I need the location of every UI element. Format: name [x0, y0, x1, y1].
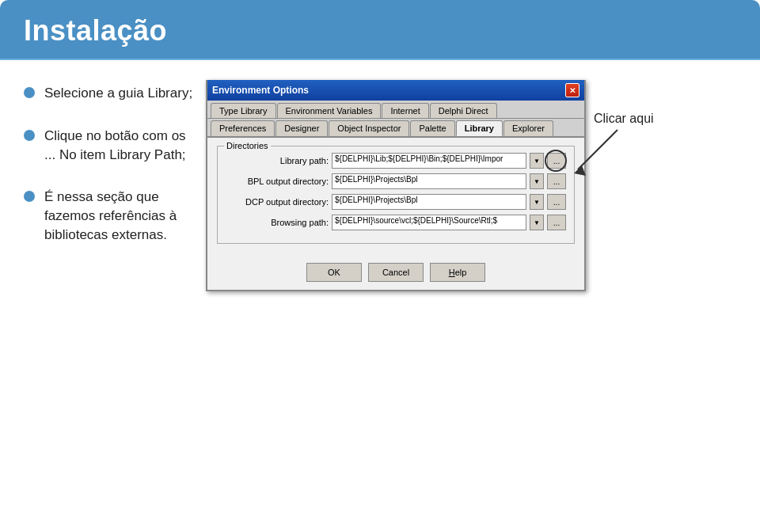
content-area: Selecione a guia Library; Clique no botã…: [0, 60, 760, 529]
bullet-text-2: Clique no botão com os ... No item Libra…: [44, 127, 198, 165]
slide-title: Instalação: [24, 14, 167, 47]
dialog-titlebar: Environment Options ✕: [207, 80, 584, 101]
dialog-title: Environment Options: [212, 85, 309, 96]
bullet-dot-2: [24, 130, 35, 141]
browsing-path-row: Browsing path: ${DELPHI}\source\vcl;${DE…: [226, 215, 566, 230]
bullet-text-1: Selecione a guia Library;: [44, 84, 192, 103]
tab-palette[interactable]: Palette: [410, 120, 454, 136]
bullet-dot-1: [24, 87, 35, 98]
dialog-container: Environment Options ✕ Type Library Envir…: [206, 76, 744, 291]
svg-line-0: [578, 130, 618, 169]
tab-type-library[interactable]: Type Library: [211, 103, 276, 118]
dcp-output-browse[interactable]: ...: [547, 194, 566, 210]
library-path-row: Library path: ${DELPHI}\Lib;${DELPHI}\Bi…: [226, 153, 566, 169]
bpl-output-row: BPL output directory: ${DELPHI}\Projects…: [226, 173, 566, 189]
library-path-label: Library path:: [226, 156, 329, 165]
tab-environment-variables[interactable]: Environment Variables: [277, 103, 382, 118]
bpl-output-label: BPL output directory:: [226, 177, 329, 186]
dcp-output-input[interactable]: ${DELPHI}\Projects\Bpl: [332, 194, 526, 210]
browsing-path-browse[interactable]: ...: [547, 215, 566, 230]
dialog-tabs-row2: Preferences Designer Object Inspector Pa…: [207, 119, 584, 138]
library-path-browse[interactable]: ...: [547, 153, 566, 169]
tab-internet[interactable]: Internet: [382, 103, 428, 118]
bpl-output-dropdown[interactable]: ▼: [530, 173, 544, 189]
dialog-body: Directories Library path: ${DELPHI}\Lib;…: [207, 138, 584, 258]
bullet-list: Selecione a guia Library; Clique no botã…: [24, 76, 198, 268]
highlight-circle: [545, 150, 567, 172]
tab-object-inspector[interactable]: Object Inspector: [329, 120, 409, 136]
directories-label: Directories: [224, 141, 271, 150]
arrow-icon: [570, 122, 665, 185]
dcp-output-dropdown[interactable]: ▼: [530, 194, 544, 210]
bullet-text-3: É nessa seção que fazemos referências à …: [44, 188, 198, 244]
slide: Instalação Selecione a guia Library; Cli…: [0, 0, 760, 532]
directories-group: Directories Library path: ${DELPHI}\Lib;…: [217, 146, 575, 244]
dcp-output-label: DCP output directory:: [226, 197, 329, 207]
dialog-footer: OK Cancel Help: [207, 258, 584, 290]
cancel-button[interactable]: Cancel: [368, 263, 424, 282]
library-path-dropdown[interactable]: ▼: [530, 153, 544, 169]
browsing-path-input[interactable]: ${DELPHI}\source\vcl;${DELPHI}\Source\Rt…: [332, 215, 526, 230]
title-bar: Instalação: [0, 0, 760, 60]
bullet-dot-3: [24, 191, 35, 202]
tab-delphi-direct[interactable]: Delphi Direct: [430, 103, 497, 118]
bpl-output-input[interactable]: ${DELPHI}\Projects\Bpl: [332, 173, 526, 189]
ok-button[interactable]: OK: [306, 263, 362, 282]
browsing-path-label: Browsing path:: [226, 218, 329, 227]
help-button[interactable]: Help: [430, 263, 485, 282]
dialog-tabs-row1: Type Library Environment Variables Inter…: [207, 101, 584, 119]
bpl-output-browse[interactable]: ...: [547, 173, 566, 189]
tab-library[interactable]: Library: [456, 120, 503, 136]
bullet-item-1: Selecione a guia Library;: [24, 84, 198, 103]
tab-explorer[interactable]: Explorer: [504, 120, 553, 136]
browsing-path-dropdown[interactable]: ▼: [530, 215, 544, 230]
dcp-output-row: DCP output directory: ${DELPHI}\Projects…: [226, 194, 566, 210]
bullet-item-3: É nessa seção que fazemos referências à …: [24, 188, 198, 244]
clicar-aqui-container: Clicar aqui: [594, 112, 665, 185]
dialog-close-button[interactable]: ✕: [565, 83, 580, 97]
tab-designer[interactable]: Designer: [276, 120, 328, 136]
bullet-item-2: Clique no botão com os ... No item Libra…: [24, 127, 198, 165]
tab-preferences[interactable]: Preferences: [211, 120, 275, 136]
environment-options-dialog: Environment Options ✕ Type Library Envir…: [206, 80, 586, 291]
library-path-input[interactable]: ${DELPHI}\Lib;${DELPHI}\Bin;${DELPHI}\Im…: [332, 153, 526, 169]
